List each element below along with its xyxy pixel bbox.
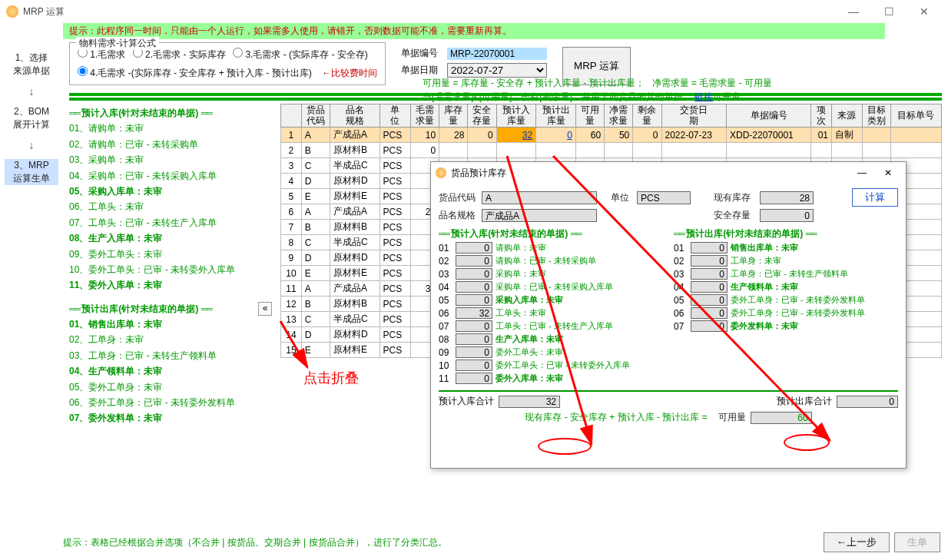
grid-header[interactable]: 单据编号 bbox=[727, 104, 811, 128]
popup-title: 货品预计库存 bbox=[451, 167, 849, 180]
popup-line: 030采购单：未审 bbox=[439, 268, 663, 280]
list-item: 02、请购单：已审 - 未转采购单 bbox=[69, 137, 257, 152]
section-out: ══ 预计出库(针对未结束的单据) ══ bbox=[69, 301, 257, 316]
formula-option-4[interactable]: 4.毛需求 -(实际库存 - 安全库存 + 预计入库 - 预计出库) bbox=[78, 68, 312, 78]
popup-line: 090委外工单头：未审 bbox=[439, 346, 663, 358]
table-row[interactable]: 1A产成品APCS10280320605002022-07-23XDD-2207… bbox=[281, 128, 942, 143]
grid-header[interactable]: 安全 存量 bbox=[468, 104, 496, 128]
popup-line: 010销售出库单：未审 bbox=[674, 242, 898, 253]
nav-arrow-icon: ↓ bbox=[3, 139, 60, 151]
window-title: MRP 运算 bbox=[23, 5, 836, 18]
doc-date-label: 单据日期 bbox=[401, 64, 447, 77]
formula-option-1[interactable]: 1.毛需求 bbox=[78, 49, 125, 60]
section-in: ══ 预计入库(针对未结束的单据) ══ bbox=[69, 105, 257, 121]
list-item: 04、采购单：已审 - 未转采购入库单 bbox=[69, 168, 257, 184]
popup-icon bbox=[436, 167, 446, 178]
grid-header[interactable]: 单 位 bbox=[380, 104, 410, 128]
popup-formula: 现有库存 - 安全库存 + 预计入库 - 预计出库 = bbox=[525, 411, 707, 424]
grid-header[interactable]: 目标单号 bbox=[890, 104, 941, 128]
doc-no-label: 单据编号 bbox=[401, 47, 447, 60]
popup-line: 020请购单：已审 - 未转采购单 bbox=[439, 255, 663, 267]
list-item: 03、采购单：未审 bbox=[69, 152, 257, 167]
close-button[interactable]: ✕ bbox=[907, 0, 942, 23]
popup-line: 070委外发料单：未审 bbox=[674, 320, 898, 332]
nav-step-2[interactable]: 2、BOM 展开计算 bbox=[5, 105, 58, 131]
popup-line: 010请购单：未审 bbox=[439, 242, 663, 253]
doc-no-value: MRP-22070001 bbox=[447, 48, 547, 60]
popup-code-label: 货品代码 bbox=[439, 191, 482, 204]
nav-step-3[interactable]: 3、MRP 运算生单 bbox=[5, 159, 58, 185]
popup-section-out: ══ 预计出库(针对未结束的单据) ══ bbox=[674, 227, 898, 240]
minimize-button[interactable]: — bbox=[836, 0, 871, 23]
popup-line: 070工单头：已审 - 未转生产入库单 bbox=[439, 320, 663, 332]
popup-code-field: A bbox=[482, 191, 597, 204]
popup-sumin-value: 32 bbox=[499, 396, 560, 408]
hints: 可用量 = 库存量 - 安全存 + 预计入库量 - 预计出库量； 净需求量 = … bbox=[416, 76, 948, 104]
formula-option-3[interactable]: 3.毛需求 - (实际库存 - 安全存) bbox=[233, 49, 368, 60]
grid-header[interactable]: 库存 量 bbox=[439, 104, 468, 128]
list-item: 03、工单身：已审 - 未转生产领料单 bbox=[69, 348, 257, 363]
list-item: 07、工单头：已审 - 未转生产入库单 bbox=[69, 215, 257, 230]
left-nav: 1、选择 来源单据 ↓ 2、BOM 展开计算 ↓ 3、MRP 运算生单 bbox=[0, 41, 63, 548]
grid-header[interactable]: 净需 求量 bbox=[605, 104, 633, 128]
popup-line: 100委外工单头：已审 - 未转委外入库单 bbox=[439, 360, 663, 371]
formula-legend: 物料需求-计算公式 bbox=[76, 37, 159, 50]
grid-header[interactable]: 交货日 期 bbox=[661, 104, 727, 128]
nav-step-1[interactable]: 1、选择 来源单据 bbox=[5, 51, 58, 78]
popup-uom-field: PCS bbox=[637, 191, 691, 204]
list-item: 10、委外工单头：已审 - 未转委外入库单 bbox=[69, 262, 257, 277]
popup-line: 020工单身：未审 bbox=[674, 255, 898, 267]
popup-line: 110委外入库单：未审 bbox=[439, 373, 663, 384]
popup-section-in: ══ 预计入库(针对未结束的单据) ══ bbox=[439, 227, 663, 240]
popup-close-button[interactable]: ✕ bbox=[875, 167, 901, 178]
title-bar: MRP 运算 — ☐ ✕ bbox=[0, 0, 948, 23]
popup-sumout-label: 预计出库合计 bbox=[777, 395, 832, 408]
grid-header[interactable]: 预计出 库量 bbox=[536, 104, 576, 128]
maximize-button[interactable]: ☐ bbox=[871, 0, 907, 23]
collapse-button[interactable]: « bbox=[258, 302, 272, 316]
generate-button[interactable]: 生单 bbox=[894, 532, 940, 552]
popup-stock-field: 28 bbox=[760, 191, 814, 204]
popup-safe-field: 0 bbox=[760, 209, 814, 222]
popup-sumout-value: 0 bbox=[837, 396, 898, 408]
grid-header[interactable]: 项 次 bbox=[811, 104, 832, 128]
prev-button[interactable]: ←上一步 bbox=[824, 532, 890, 552]
grid-header[interactable]: 来源 bbox=[832, 104, 863, 128]
anno-click-fold: 点击折叠 bbox=[303, 369, 359, 387]
list-item: 02、工单身：未审 bbox=[69, 332, 257, 347]
popup-sumin-label: 预计入库合计 bbox=[439, 395, 494, 408]
formula-group: 物料需求-计算公式 1.毛需求 2.毛需求 - 实际库存 3.毛需求 - (实际… bbox=[69, 42, 386, 85]
left-list: ══ 预计入库(针对未结束的单据) ══ 01、请购单：未审02、请购单：已审 … bbox=[69, 104, 257, 548]
hint-link[interactable]: 链接 bbox=[694, 91, 713, 102]
popup-line: 040生产领料单：未审 bbox=[674, 281, 898, 293]
grid-header[interactable] bbox=[281, 104, 302, 128]
list-item: 05、采购入库单：未审 bbox=[69, 184, 257, 199]
grid-header[interactable]: 品名 规格 bbox=[330, 104, 380, 128]
grid-header[interactable]: 货品 代码 bbox=[301, 104, 330, 128]
popup-line: 030工单身：已审 - 未转生产领料单 bbox=[674, 268, 898, 280]
popup-name-label: 品名规格 bbox=[439, 209, 482, 222]
list-item: 07、委外发料单：未审 bbox=[69, 410, 257, 426]
list-item: 05、委外工单身：未审 bbox=[69, 379, 257, 395]
grid-header[interactable]: 目标 类别 bbox=[862, 104, 890, 128]
list-item: 01、请购单：未审 bbox=[69, 121, 257, 136]
grid-header[interactable]: 毛需 求量 bbox=[410, 104, 439, 128]
list-item: 09、委外工单头：未审 bbox=[69, 247, 257, 262]
popup-name-field: 产成品A bbox=[482, 209, 597, 222]
grid-header[interactable]: 预计入 库量 bbox=[496, 104, 536, 128]
popup-uom-label: 单位 bbox=[611, 191, 637, 204]
app-icon bbox=[6, 5, 18, 18]
formula-option-2[interactable]: 2.毛需求 - 实际库存 bbox=[133, 49, 226, 60]
grid-header[interactable]: 剩余 量 bbox=[633, 104, 661, 128]
popup-minimize-button[interactable]: — bbox=[849, 167, 875, 178]
popup-line: 040采购单：已审 - 未转采购入库单 bbox=[439, 281, 663, 293]
grid-header[interactable]: 可用 量 bbox=[575, 104, 604, 128]
popup-calc-button[interactable]: 计算 bbox=[852, 188, 898, 207]
popup-line: 080生产入库单：未审 bbox=[439, 333, 663, 345]
table-row[interactable]: 2B原材料BPCS0 bbox=[281, 143, 942, 158]
time-hint: ←比较费时间 bbox=[322, 68, 377, 78]
popup-line: 060委外工单身：已审 - 未转委外发料单 bbox=[674, 307, 898, 319]
list-item: 01、销售出库单：未审 bbox=[69, 316, 257, 332]
list-item: 06、委外工单身：已审 - 未转委外发料单 bbox=[69, 395, 257, 410]
popup-line: 050采购入库单：未审 bbox=[439, 294, 663, 306]
